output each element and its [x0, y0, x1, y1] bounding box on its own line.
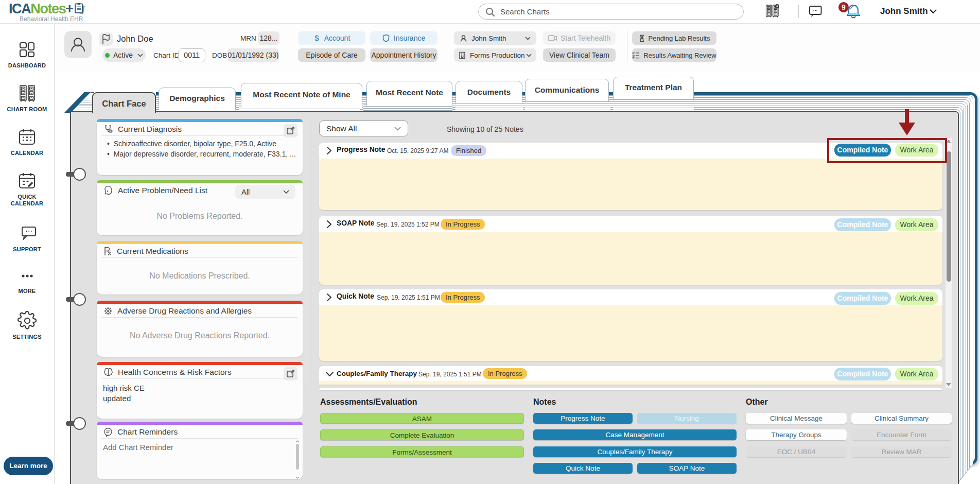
svg-text:$: $: [314, 34, 319, 42]
svg-text:9: 9: [842, 3, 846, 11]
